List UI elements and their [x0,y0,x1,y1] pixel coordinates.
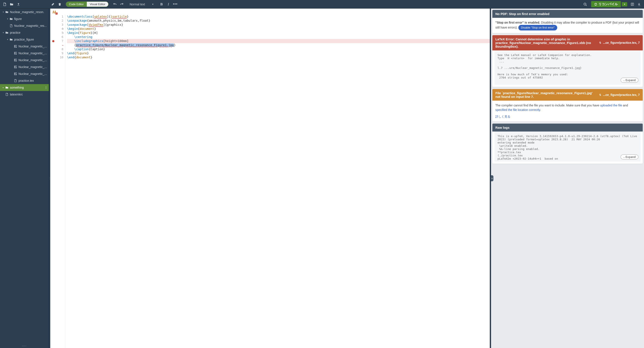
code-line[interactable]: \usepackage[dvipdfmx]{graphicx} [67,23,490,27]
chevron-icon: ▾ [2,11,5,13]
code-line[interactable]: \begin{figure}[H] [67,31,490,35]
warn-text-b: and [622,104,628,107]
chevron-icon: ▾ [6,38,9,40]
line-number: 10 [56,55,63,59]
tree-file[interactable]: Nuclear_magnetic_... [0,57,49,63]
download-icon[interactable] [636,1,642,7]
tree-item-label: something [10,86,24,89]
code-line[interactable]: \includegraphics[height=100mm] [67,39,490,43]
tree-item-label: practice_figure [14,38,34,41]
disable-stop-button[interactable]: Disable "Stop on first error" [518,25,557,30]
collapse-panel-icon[interactable]: ▸ [491,175,494,181]
row-menu-icon[interactable]: ⋮ [44,86,48,89]
line-number: 1 [56,14,63,19]
folder-icon [5,86,8,89]
tree-folder[interactable]: ▾figure [0,15,49,22]
bold-icon[interactable]: B [158,1,164,7]
no-pdf-strong: "Stop on first error" is enabled. [495,21,540,24]
tree-file[interactable]: Nuclear_magnetic_... [0,70,49,77]
expand-button[interactable]: ⌄Expand [620,78,638,83]
tree-item-label: latexmkrc [10,93,23,96]
editor-warning-icon[interactable]: ! [52,10,57,14]
chevron-down-icon: ⌄ [624,79,625,81]
tree-folder[interactable]: ▾practice_figure [0,36,49,43]
visual-editor-button[interactable]: Visual Editor [87,2,108,7]
redo-icon[interactable] [119,1,125,7]
code-line[interactable]: \end{document} [67,55,490,59]
warning-card: File `practice_figure/Nuclear_magnetic_r… [492,89,643,121]
uploaded-file-link[interactable]: uploaded the file [600,104,622,107]
tree-item-label: Nuclear_magnetic_... [18,51,47,55]
tree-folder[interactable]: ▸something⋮ [0,84,49,91]
code-line[interactable]: \centering [67,35,490,39]
recompile-button[interactable]: リコンパイル [591,1,621,7]
search-icon[interactable] [582,1,588,7]
code-line[interactable]: \end{figure} [67,51,490,55]
svg-point-0 [584,3,586,5]
file-icon [5,93,8,96]
tree-file[interactable]: Nuclear_magnetic_res... [0,22,49,29]
chevron-down-icon: ▼ [152,3,154,5]
new-file-icon[interactable] [2,1,8,7]
code-line[interactable]: {practice_figure/Nuclear_magnetic_resona… [67,43,490,47]
svg-point-9 [15,66,16,67]
text-style-dropdown[interactable]: Normal text ▼ [128,2,156,7]
code-line[interactable]: \begin{document} [67,27,490,31]
error-location-link[interactable]: ...ce_figure/practice.tex, 7 [599,37,640,48]
tree-file[interactable]: Nuclear_magnetic_... [0,63,49,70]
code-line[interactable]: \documentclass[uplatex]{jsarticle} [67,14,490,19]
recompile-label: リコンパイル [598,2,618,6]
tree-item-label: Nuclear_magnetic_... [18,58,47,62]
more-format-icon[interactable]: ••• [172,1,178,7]
undo-icon[interactable] [112,1,118,7]
upload-icon[interactable] [16,1,22,7]
line-number: 5 [56,31,63,35]
code-editor-area[interactable]: ! 1234567↪8910 \documentclass[uplatex]{j… [50,8,490,348]
raw-logs-title: Raw logs [492,124,643,132]
chevron-down-icon: ▼ [624,3,626,5]
tree-file[interactable]: Nuclear_magnetic_... [0,43,49,50]
tree-file[interactable]: Nuclear_magnetic_... [0,50,49,57]
svg-point-11 [15,73,16,74]
image-icon [14,72,17,75]
new-folder-icon[interactable] [8,1,14,7]
tree-item-label: practice.tex [18,79,34,82]
tree-folder[interactable]: ▾Nuclear_magnetic_reson. [0,8,49,15]
image-icon [14,65,17,68]
no-pdf-title: No PDF: Stop on first error enabled [492,10,643,18]
line-number: 9 [56,51,63,55]
edit-icon[interactable] [50,1,56,7]
refresh-icon [594,3,597,6]
line-number: 2 [56,19,63,23]
code-line[interactable]: \caption{Caption} [67,47,490,51]
file-location-link[interactable]: specified the file location correctly [495,108,540,112]
trash-icon[interactable] [57,1,63,7]
line-number: 3 [56,23,63,27]
raw-logs-card: Raw logs This is e-upTeX, Version 3.1415… [492,124,643,164]
folder-icon [10,38,13,41]
chevron-icon: ▸ [2,86,5,89]
learn-more-link[interactable]: 詳しく見る [495,115,510,118]
folder-icon [10,17,13,20]
svg-point-5 [15,53,16,53]
recompile-dropdown[interactable]: ▼ [622,2,627,6]
link-icon [599,41,602,44]
tree-file[interactable]: latexmkrc [0,91,49,98]
italic-icon[interactable]: I [166,1,172,7]
file-icon [14,79,17,82]
editor-mode-toggle: Code Editor Visual Editor [66,1,108,7]
code-editor-button[interactable]: Code Editor [66,2,87,7]
folder-icon [5,10,8,13]
sidebar-resize-handle[interactable]: •••• [0,344,49,348]
logs-icon[interactable] [630,1,636,7]
line-number: 8 [56,47,63,51]
expand-button[interactable]: ⌄Expand [620,155,638,160]
image-icon [14,45,17,48]
chevron-down-icon: ⌄ [624,156,625,158]
error-marker-icon[interactable] [52,40,54,42]
code-line[interactable]: \usepackage{amsmath,physics,bm,tabularx,… [67,19,490,23]
tree-folder[interactable]: ▾practice [0,29,49,36]
logs-panel: ▸ No PDF: Stop on first error enabled "S… [491,8,644,348]
tree-file[interactable]: practice.tex [0,77,49,84]
warning-location-link[interactable]: ...ce_figure/practice.tex, 7 [599,91,640,98]
